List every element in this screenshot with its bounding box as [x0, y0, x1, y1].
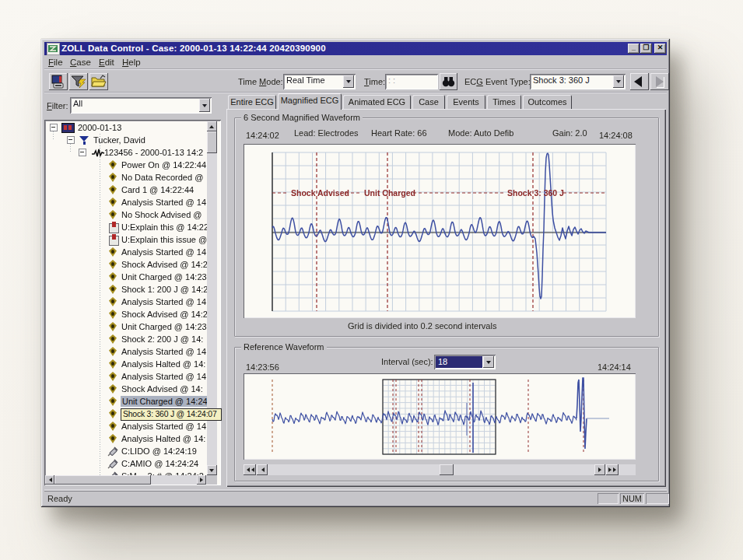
svg-text:Shock Advised: Shock Advised — [291, 188, 349, 198]
svg-text:Unit Charged: Unit Charged — [364, 188, 415, 198]
svg-text:Shock 3: 360 J: Shock 3: 360 J — [507, 188, 564, 198]
